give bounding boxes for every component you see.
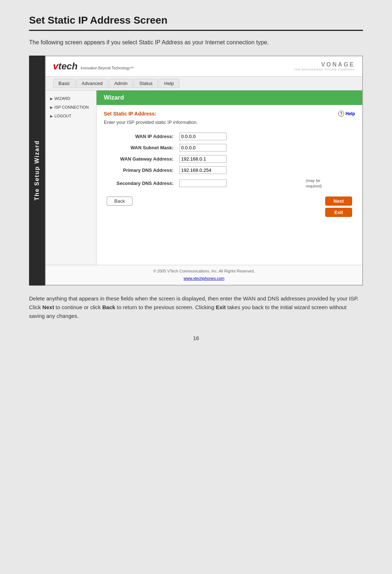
wan-gateway-input[interactable]	[179, 155, 226, 163]
sidebar-tab: The Setup Wizard	[29, 56, 45, 286]
footer-link[interactable]: www.vtechphones.com	[184, 276, 225, 280]
vonage-sub: THE BROADBAND PHONE COMPANY	[294, 68, 355, 71]
tab-advanced[interactable]: Advanced	[76, 79, 108, 88]
help-icon: ?	[338, 111, 344, 117]
page-container: Set Static IP Address Screen The followi…	[29, 15, 363, 341]
right-buttons: Next Exit	[325, 197, 352, 217]
table-row: WAN IP Address:	[104, 131, 355, 142]
arrow-icon: ▶	[50, 97, 53, 101]
tab-basic[interactable]: Basic	[53, 79, 75, 88]
input-cell-wan-ip	[176, 131, 303, 142]
table-row: Secondary DNS Address: (may berequired)	[104, 176, 355, 191]
router-header: vtech Innovation Beyond Technology™ VONA…	[46, 56, 362, 77]
label-wan-subnet: WAN Subnet Mask:	[104, 142, 176, 153]
input-cell-secondary-dns	[176, 176, 303, 191]
brand-text: vtech	[53, 61, 78, 72]
primary-dns-input[interactable]	[179, 166, 226, 174]
nav-logout[interactable]: ▶ LOGOUT	[46, 112, 96, 120]
input-cell-primary-dns	[176, 165, 303, 176]
page-number: 16	[29, 335, 363, 341]
sidebar-tab-label: The Setup Wizard	[34, 140, 40, 201]
form-description: Enter your ISP provided static IP inform…	[104, 120, 355, 125]
tagline-text: Innovation Beyond Technology™	[81, 66, 134, 70]
vonage-logo: VONAGE	[294, 61, 355, 68]
back-button[interactable]: Back	[107, 197, 132, 206]
intro-text: The following screen appears if you sele…	[29, 38, 363, 47]
buttons-row: Back Next Exit	[104, 197, 355, 217]
vtech-brand: vtech	[53, 61, 78, 72]
nav-wizard[interactable]: ▶ WIZARD	[46, 94, 96, 103]
left-nav: ▶ WIZARD ▶ ISP CONNECTION ▶ LOGOUT	[46, 90, 97, 265]
content-area: Wizard Set Static IP Address: ? Help Ent…	[97, 90, 362, 265]
nav-logout-label: LOGOUT	[54, 114, 71, 118]
wan-ip-input[interactable]	[179, 133, 226, 140]
arrow-icon: ▶	[50, 105, 53, 109]
router-body: ▶ WIZARD ▶ ISP CONNECTION ▶ LOGOUT Wizar…	[46, 90, 362, 265]
tab-help[interactable]: Help	[159, 79, 179, 88]
nav-tabs: Basic Advanced Admin Status Help	[46, 77, 362, 90]
wan-subnet-input[interactable]	[179, 144, 226, 151]
input-cell-wan-subnet	[176, 142, 303, 153]
nav-wizard-label: WIZARD	[54, 96, 70, 101]
page-title: Set Static IP Address Screen	[29, 15, 363, 31]
help-text: Help	[346, 111, 355, 116]
router-footer: © 2005 VTech Communications, Inc. All Ri…	[46, 265, 362, 285]
arrow-icon: ▶	[50, 114, 53, 118]
footer-copyright: © 2005 VTech Communications, Inc. All Ri…	[53, 269, 355, 273]
table-row: WAN Gateway Address:	[104, 153, 355, 165]
form-table: WAN IP Address: WAN Subnet Mask:	[104, 131, 355, 191]
bottom-description: Delete anything that appears in these fi…	[29, 294, 363, 320]
tab-status[interactable]: Status	[134, 79, 158, 88]
table-row: Primary DNS Address:	[104, 165, 355, 176]
secondary-dns-input[interactable]	[179, 179, 226, 187]
exit-button[interactable]: Exit	[325, 208, 352, 217]
content-inner: Set Static IP Address: ? Help Enter your…	[97, 105, 362, 223]
section-title-text: Set Static IP Address:	[104, 111, 156, 117]
table-row: WAN Subnet Mask:	[104, 142, 355, 153]
nav-isp-label: ISP CONNECTION	[54, 105, 89, 109]
help-link[interactable]: ? Help	[338, 111, 355, 117]
label-wan-gateway: WAN Gateway Address:	[104, 153, 176, 165]
label-wan-ip: WAN IP Address:	[104, 131, 176, 142]
label-primary-dns: Primary DNS Address:	[104, 165, 176, 176]
router-frame: vtech Innovation Beyond Technology™ VONA…	[45, 56, 363, 286]
vonage-container: VONAGE THE BROADBAND PHONE COMPANY	[294, 61, 355, 71]
nav-isp-connection[interactable]: ▶ ISP CONNECTION	[46, 103, 96, 112]
router-wrapper: The Setup Wizard vtech Innovation Beyond…	[45, 56, 363, 286]
input-cell-wan-gateway	[176, 153, 303, 165]
section-title: Set Static IP Address: ? Help	[104, 111, 355, 117]
next-button[interactable]: Next	[325, 197, 352, 206]
may-be-required: (may berequired)	[303, 176, 355, 191]
wizard-header: Wizard	[97, 90, 362, 105]
tab-admin[interactable]: Admin	[109, 79, 133, 88]
label-secondary-dns: Secondary DNS Address:	[104, 176, 176, 191]
vtech-logo: vtech Innovation Beyond Technology™	[53, 61, 134, 72]
